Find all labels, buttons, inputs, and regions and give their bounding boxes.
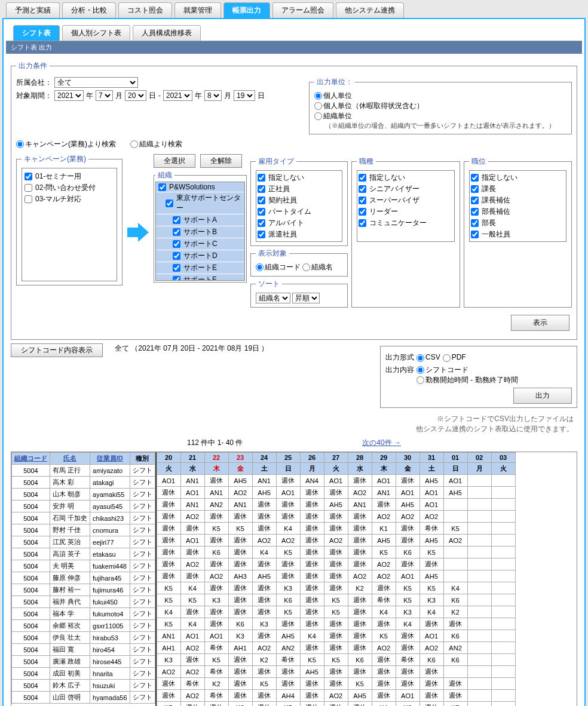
org-item[interactable]: P&WSolutions [156, 182, 244, 192]
table-row: 5004福井 典代fukui450シフト [12, 596, 155, 608]
col-header[interactable]: 従業員ID [90, 453, 130, 465]
unit-radio[interactable] [314, 112, 322, 120]
campaign-item[interactable]: 02-問い合わせ受付 [24, 182, 114, 194]
table-row: AH1AO2希休AH1AO2AN2週休週休週休AO2週休AO2AN2 [157, 642, 515, 654]
pos-item[interactable]: 一般社員 [471, 229, 565, 240]
main-tab[interactable]: 他システム連携 [336, 2, 404, 18]
table-row: AO1AN1週休AH5AN1週休AN4AO1週休AO1週休AH5AO1 [157, 475, 515, 487]
pos-item[interactable]: 指定しない [471, 172, 565, 183]
outcontent-code-radio[interactable] [416, 366, 424, 374]
table-row: 5004夫 明美fuakemi448シフト [12, 560, 155, 572]
campaign-item[interactable]: 01-セミナー用 [24, 171, 114, 182]
org-item[interactable]: サポートF [156, 274, 244, 281]
search-radio[interactable] [16, 140, 24, 148]
export-button[interactable]: 出力 [513, 388, 572, 404]
table-row: 5004廣瀬 政雄hirose445シフト [12, 656, 155, 668]
table-row: 5004余郷 裕次gsxr11005シフト [12, 620, 155, 632]
sub-tab[interactable]: 個人別シフト表 [62, 25, 130, 41]
org-item[interactable]: サポートD [156, 250, 244, 262]
day2[interactable]: 19 [234, 90, 255, 101]
table-row: 週休希休K2週休K5週休週休週休K5週休週休週休週休 [157, 678, 515, 690]
main-tab[interactable]: 分析・比較 [62, 2, 116, 18]
search-radio[interactable] [130, 140, 138, 148]
show-button[interactable]: 表示 [511, 315, 569, 331]
org-item[interactable]: 東京サポートセンター [156, 192, 244, 214]
main-tab[interactable]: 就業管理 [174, 2, 221, 18]
year2[interactable]: 2021 [163, 90, 192, 101]
org-item[interactable]: サポートA [156, 214, 244, 226]
disp-name-radio[interactable] [302, 263, 310, 271]
table-row: K3週休K5週休K2希休K5K5K6週休希休K6K6 [157, 654, 515, 666]
role-item[interactable]: リーダー [359, 206, 452, 217]
disp-code-radio[interactable] [256, 263, 264, 271]
table-row: 5004福本 学fukumoto4シフト [12, 608, 155, 620]
org-item[interactable]: サポートC [156, 238, 244, 250]
table-row: 5004石岡 千加史chikashi23シフト [12, 512, 155, 524]
output-unit-fieldset: 出力単位： 個人単位個人単位（休暇取得状況含む）組織単位 （※組織単位の場合、組… [309, 77, 572, 134]
emp-item[interactable]: 正社員 [258, 183, 341, 195]
pos-item[interactable]: 部長 [471, 217, 565, 229]
table-row: 5004福田 寛hiro454シフト [12, 644, 155, 656]
emp-item[interactable]: 指定しない [258, 172, 341, 183]
role-item[interactable]: スーパーバイザ [359, 195, 452, 206]
role-item[interactable]: 指定しない [359, 172, 452, 183]
table-row: 5004鈴木 広子hsuzukiシフト [12, 680, 155, 692]
pos-item[interactable]: 部長補佐 [471, 206, 565, 217]
sort-field[interactable]: 組織名 [256, 293, 290, 303]
table-row: K5K4週休K6K3週休週休週休週休週休K4週休週休 [157, 618, 515, 630]
col-header[interactable]: 組織コード [12, 453, 50, 465]
main-tab[interactable]: 予測と実績 [6, 2, 60, 18]
main-tab[interactable]: アラーム照会 [272, 2, 333, 18]
sort-order[interactable]: 昇順 [292, 293, 320, 303]
clear-all-button[interactable]: 全解除 [200, 154, 242, 168]
next-page-link[interactable]: 次の40件 → [362, 438, 401, 448]
org-item[interactable]: サポートB [156, 226, 244, 238]
panel-title: シフト表 出力 [6, 41, 582, 54]
table-row: 5004高須 英子etakasuシフト [12, 548, 155, 560]
table-row: 週休AO2週休週休週休週休週休週休週休AO2AO2AO2 [157, 511, 515, 523]
campaign-item[interactable]: 03-マルチ対応 [24, 194, 114, 205]
main-tab[interactable]: コスト照会 [118, 2, 172, 18]
table-row: 5004山木 朝彦ayamaki55シフト [12, 489, 155, 501]
unit-radio[interactable] [314, 102, 322, 110]
pos-item[interactable]: 主任 [471, 240, 565, 242]
pos-item[interactable]: 課長 [471, 183, 565, 195]
year1[interactable]: 2021 [54, 90, 84, 101]
sub-tab[interactable]: シフト表 [13, 25, 60, 41]
emp-item[interactable]: 契約社員(短期) [258, 240, 341, 242]
main-tab[interactable]: 帳票出力 [223, 2, 270, 18]
table-row: 5004伊良 壮太hirabu53シフト [12, 632, 155, 644]
select-all-button[interactable]: 全選択 [154, 154, 195, 168]
emp-list[interactable]: 指定しない正社員契約社員パートタイムアルバイト派遣社員契約社員(短期) [256, 170, 342, 242]
role-item[interactable]: シニアバイザー [359, 183, 452, 195]
pos-item[interactable]: 課長補佐 [471, 195, 565, 206]
outcontent-time-radio[interactable] [416, 376, 424, 384]
table-row: 5004山田 啓明hyamada56シフト [12, 692, 155, 704]
month1[interactable]: 7 [96, 90, 113, 101]
org-item[interactable]: サポートE [156, 262, 244, 274]
col-header[interactable]: 氏名 [50, 453, 90, 465]
csv-radio[interactable] [416, 354, 424, 362]
table-row: 5004有馬 正行amiyazatoシフト [12, 465, 155, 477]
emp-item[interactable]: 契約社員 [258, 195, 341, 206]
campaign-list[interactable]: 01-セミナー用02-問い合わせ受付03-マルチ対応 [22, 168, 117, 281]
role-item[interactable]: コミュニケーター [359, 217, 452, 229]
table-row: 週休AN1AN2AN1週休週休週休AH5AN1週休AH5AO1 [157, 499, 515, 511]
org-list[interactable]: P&WSolutions東京サポートセンターサポートAサポートBサポートCサポー… [155, 182, 245, 281]
day1[interactable]: 20 [125, 90, 146, 101]
pos-list[interactable]: 指定しない課長課長補佐部長補佐部長一般社員主任 [469, 170, 566, 242]
emp-item[interactable]: アルバイト [258, 217, 341, 229]
emp-item[interactable]: 派遣社員 [258, 229, 341, 240]
shiftcode-button[interactable]: シフトコード内容表示 [11, 343, 103, 357]
month2[interactable]: 8 [204, 90, 222, 101]
emp-item[interactable]: パートタイム [258, 206, 341, 217]
unit-radio[interactable] [314, 92, 322, 100]
table-row: 週休週休K6週休K4K5週休週休週休K5K6K5 [157, 547, 515, 558]
sub-tab[interactable]: 人員構成推移表 [133, 25, 201, 41]
table-row: 週休AO2週休週休週休週休週休週休週休AO2週休週休 [157, 558, 515, 570]
company-select[interactable]: 全て [54, 77, 138, 88]
table-row: 週休AO1AN1AO2AH5AO1週休週休AO2AN1AO1AO1AH5 [157, 487, 515, 499]
pdf-radio[interactable] [443, 354, 451, 362]
role-list[interactable]: 指定しないシニアバイザースーパーバイザリーダーコミュニケーター [357, 170, 454, 242]
table-row: 5004安井 明ayasui545シフト [12, 501, 155, 512]
